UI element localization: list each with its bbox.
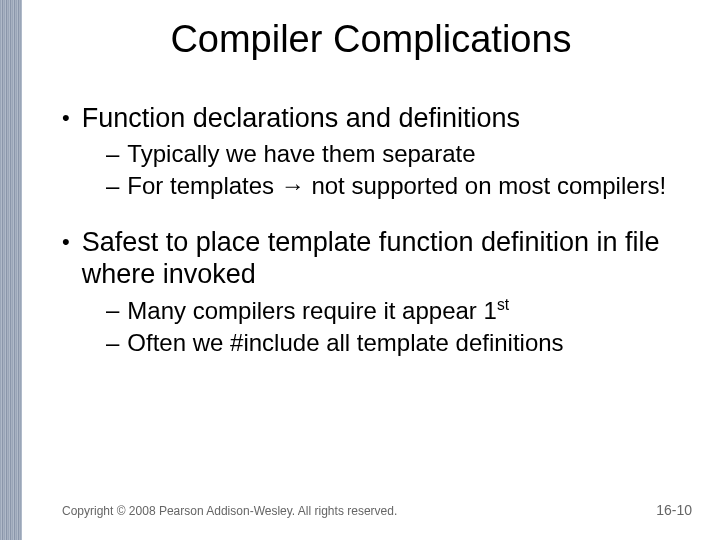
sub-bullet-1b-text: For templates → not supported on most co…	[127, 171, 666, 201]
sub-bullet-1a-text: Typically we have them separate	[127, 139, 475, 169]
bullet-1: • Function declarations and definitions	[62, 103, 684, 135]
slide-title: Compiler Complications	[22, 18, 720, 61]
bullet-group-1: • Function declarations and definitions …	[62, 103, 684, 201]
bullet-dot-icon: •	[62, 227, 70, 258]
dash-icon: –	[106, 328, 119, 358]
sub-bullet-2b-text: Often we #include all template definitio…	[127, 328, 563, 358]
sub-bullet-1b-pre: For templates	[127, 172, 280, 199]
page-number: 16-10	[656, 502, 692, 518]
decorative-left-strip	[0, 0, 22, 540]
sub-bullet-1b-post: not supported on most compilers!	[305, 172, 667, 199]
sub-bullet-1b: – For templates → not supported on most …	[106, 171, 684, 201]
slide-content: • Function declarations and definitions …	[22, 103, 720, 358]
bullet-2-text: Safest to place template function defini…	[82, 227, 684, 291]
dash-icon: –	[106, 295, 119, 325]
slide-body: Compiler Complications • Function declar…	[22, 0, 720, 540]
dash-icon: –	[106, 139, 119, 169]
sub-bullet-2a-pre: Many compilers require it appear 1	[127, 297, 497, 324]
copyright-text: Copyright © 2008 Pearson Addison-Wesley.…	[62, 504, 397, 518]
arrow-right-icon: →	[281, 172, 305, 199]
bullet-dot-icon: •	[62, 103, 70, 134]
sub-bullet-2a-text: Many compilers require it appear 1st	[127, 295, 509, 326]
sub-bullet-2b: – Often we #include all template definit…	[106, 328, 684, 358]
bullet-1-text: Function declarations and definitions	[82, 103, 520, 135]
footer: Copyright © 2008 Pearson Addison-Wesley.…	[62, 502, 692, 518]
sub-bullet-2a-sup: st	[497, 296, 509, 313]
bullet-2: • Safest to place template function defi…	[62, 227, 684, 291]
bullet-group-2: • Safest to place template function defi…	[62, 227, 684, 358]
sub-bullet-1a: – Typically we have them separate	[106, 139, 684, 169]
sub-bullet-2a: – Many compilers require it appear 1st	[106, 295, 684, 326]
dash-icon: –	[106, 171, 119, 201]
